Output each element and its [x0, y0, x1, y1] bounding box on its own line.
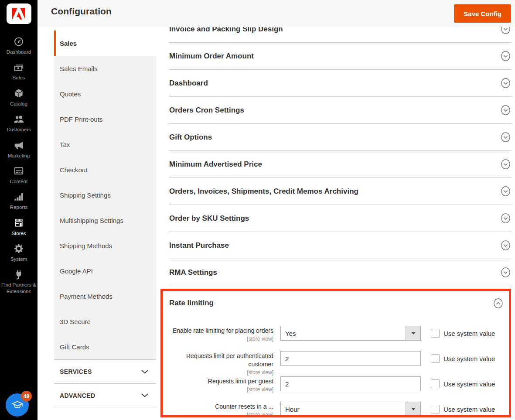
save-config-button[interactable]: Save Config [454, 4, 511, 23]
sidebar-items: Dashboard Sales Catalog [0, 36, 38, 294]
admin-sidebar: Dashboard Sales Catalog [0, 0, 38, 420]
chevron-down-circle-icon [501, 132, 510, 142]
config-nav-item[interactable]: Google API [54, 258, 156, 283]
config-nav-item-sales-active[interactable]: Sales [54, 31, 156, 56]
page-title: Configuration [51, 6, 112, 17]
config-nav-item[interactable]: Gift Cards [54, 334, 156, 359]
config-nav-item[interactable]: Shipping Methods [54, 233, 156, 258]
sidebar-item-content[interactable]: Content [0, 165, 38, 184]
config-nav-item[interactable]: 3D Secure [54, 309, 156, 334]
sidebar-item-dashboard[interactable]: Dashboard [0, 36, 38, 55]
dashboard-gauge-icon [13, 36, 24, 47]
notification-badge: 49 [21, 391, 32, 402]
use-system-value-control: Use system value [431, 326, 495, 338]
sidebar-item-customers[interactable]: Customers [0, 113, 38, 133]
chevron-down-circle-icon [501, 186, 510, 196]
chevron-down-circle-icon [501, 27, 510, 34]
magento-admin-configuration-page: Dashboard Sales Catalog [0, 0, 515, 420]
section-archiving[interactable]: Orders, Invoices, Shipments, Credit Memo… [169, 178, 512, 205]
use-system-value-checkbox[interactable] [431, 405, 440, 413]
counter-resets-select[interactable]: Hour [280, 402, 421, 417]
adobe-logo[interactable] [7, 3, 31, 24]
field-requests-limit-guest: Requests limit per guest [store view] Us… [163, 376, 509, 402]
use-system-value-control: Use system value [431, 402, 495, 413]
sidebar-item-marketing[interactable]: Marketing [0, 140, 38, 159]
field-scope: [store view] [163, 411, 273, 417]
marketing-megaphone-icon [13, 140, 24, 151]
field-enable-rate-limiting: Enable rate limiting for placing orders … [163, 326, 509, 351]
field-label: Requests limit per guest [208, 378, 273, 385]
section-order-by-sku-settings[interactable]: Order by SKU Settings [169, 205, 512, 232]
config-nav-group-services[interactable]: SERVICES [54, 359, 156, 383]
config-nav-item[interactable]: Payment Methods [54, 283, 156, 309]
dropdown-arrow-icon[interactable] [406, 402, 420, 416]
chevron-down-circle-icon [501, 78, 510, 88]
config-nav-item[interactable]: Tax [54, 132, 156, 157]
section-orders-cron-settings[interactable]: Orders Cron Settings [169, 97, 512, 124]
extensions-plug-icon [13, 269, 24, 280]
sidebar-item-find-partners-extensions[interactable]: Find Partners & Extensions [0, 269, 38, 294]
field-counter-resets: Counter resets in a ... [store view] Hou… [163, 402, 509, 417]
field-scope: [store view] [163, 386, 273, 393]
adobe-a-icon [12, 8, 25, 20]
field-label: Enable rate limiting for placing orders [173, 327, 273, 334]
use-system-value-checkbox[interactable] [431, 329, 440, 338]
dropdown-arrow-icon[interactable] [406, 326, 420, 340]
page-header: Configuration Save Config [38, 0, 515, 27]
sidebar-item-system[interactable]: System [0, 243, 38, 262]
chevron-down-icon [141, 370, 148, 374]
config-sections: Invoice and Packing Slip Design Minimum … [156, 27, 515, 420]
sidebar-item-stores[interactable]: Stores [0, 217, 38, 236]
config-nav-item[interactable]: Multishipping Settings [54, 208, 156, 233]
requests-limit-authenticated-input[interactable] [280, 351, 421, 366]
stores-storefront-icon [13, 217, 24, 229]
section-minimum-order-amount[interactable]: Minimum Order Amount [169, 43, 512, 70]
use-system-value-checkbox[interactable] [431, 379, 440, 388]
sales-banknote-icon [13, 61, 24, 73]
section-rma-settings[interactable]: RMA Settings [169, 259, 512, 286]
config-nav-item[interactable]: Sales Emails [54, 56, 156, 81]
graduation-cap-icon [11, 399, 24, 412]
field-scope: [store view] [163, 335, 273, 342]
config-nav-item[interactable]: Checkout [54, 157, 156, 182]
section-gift-options[interactable]: Gift Options [169, 124, 512, 151]
configuration-nav: Sales Sales Emails Quotes PDF Print-outs… [54, 31, 156, 407]
requests-limit-guest-input[interactable] [280, 376, 421, 391]
field-label: Requests limit per authenticated custome… [186, 352, 273, 368]
rate-limiting-highlight-box: Rate limiting Enable rate limiting for p… [160, 289, 511, 417]
chevron-down-circle-icon [501, 51, 510, 61]
field-label: Counter resets in a ... [215, 403, 273, 410]
section-invoice-packing-slip-design[interactable]: Invoice and Packing Slip Design [169, 27, 512, 43]
field-requests-limit-authenticated: Requests limit per authenticated custome… [163, 351, 509, 376]
chevron-down-circle-icon [501, 159, 510, 169]
section-rate-limiting[interactable]: Rate limiting [163, 291, 509, 315]
use-system-value-checkbox[interactable] [431, 354, 440, 363]
chevron-up-circle-icon [494, 298, 503, 308]
system-gear-icon [13, 243, 24, 254]
config-nav-item[interactable]: Quotes [54, 81, 156, 106]
chevron-down-circle-icon [501, 267, 510, 277]
chevron-down-circle-icon [501, 240, 510, 250]
config-nav-list: Sales Emails Quotes PDF Print-outs Tax C… [54, 56, 156, 359]
reports-barchart-icon [13, 191, 24, 202]
section-dashboard[interactable]: Dashboard [169, 70, 512, 97]
config-nav-item[interactable]: Shipping Settings [54, 182, 156, 208]
use-system-value-control: Use system value [431, 351, 495, 363]
field-scope: [store view] [163, 369, 273, 376]
config-nav-group-advanced[interactable]: ADVANCED [54, 383, 156, 407]
rate-limiting-fields: Enable rate limiting for placing orders … [163, 315, 509, 417]
chevron-down-circle-icon [501, 105, 510, 115]
customers-icon [13, 113, 25, 125]
section-instant-purchase[interactable]: Instant Purchase [169, 232, 512, 259]
enable-rate-limiting-select[interactable]: Yes [280, 326, 421, 341]
use-system-value-control: Use system value [431, 376, 495, 388]
catalog-box-icon [13, 88, 24, 99]
content-note-icon [13, 165, 24, 177]
sidebar-item-reports[interactable]: Reports [0, 191, 38, 210]
sidebar-item-catalog[interactable]: Catalog [0, 88, 38, 107]
chevron-down-circle-icon [501, 213, 510, 223]
sidebar-item-sales[interactable]: Sales [0, 61, 38, 81]
section-minimum-advertised-price[interactable]: Minimum Advertised Price [169, 151, 512, 178]
config-nav-item[interactable]: PDF Print-outs [54, 106, 156, 132]
help-widget-button[interactable]: 49 [6, 393, 29, 417]
